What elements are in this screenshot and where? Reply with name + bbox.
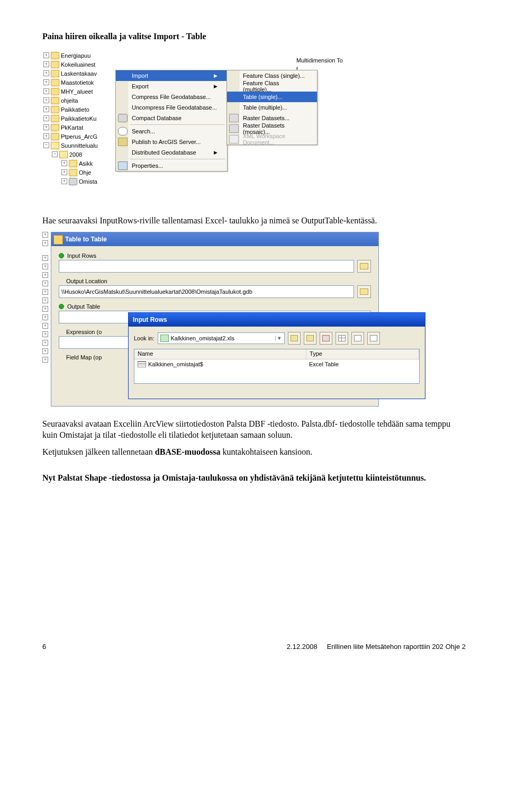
folder-open-icon: [59, 151, 68, 158]
tree-item[interactable]: −2008: [42, 150, 124, 159]
menu-item-export[interactable]: Export▶: [116, 81, 227, 92]
submenu-item-fc-multiple[interactable]: Feature Class (multiple)...: [227, 81, 317, 92]
details-view-button[interactable]: [351, 332, 364, 345]
tree-label: Paikkatieto: [61, 106, 89, 113]
column-header-type[interactable]: Type: [306, 349, 419, 359]
footer-title: Erillinen liite Metsätehon raporttiin 20…: [327, 643, 466, 651]
expand-icon[interactable]: +: [43, 52, 49, 58]
menu-item-import[interactable]: Import▶: [116, 70, 227, 81]
submenu-item-fc-single[interactable]: Feature Class (single)...: [227, 70, 317, 81]
expand-icon[interactable]: +: [42, 331, 48, 337]
input-rows-input[interactable]: [59, 260, 354, 273]
expand-icon[interactable]: +: [43, 115, 49, 121]
page-number: 6: [42, 643, 46, 651]
delete-button[interactable]: [320, 332, 332, 345]
menu-item-compress[interactable]: Compress File Geodatabase...: [116, 92, 227, 102]
expand-icon[interactable]: +: [43, 106, 49, 112]
expand-icon[interactable]: +: [61, 160, 67, 166]
dialog-input-rows-browse: Input Rows Look in: Kalkkinen_omistajat2…: [128, 312, 425, 399]
connect-button[interactable]: [304, 332, 316, 345]
up-one-level-button[interactable]: [288, 332, 301, 345]
submenu-item-xml-workspace: XML Workspace Document...: [227, 134, 317, 145]
tree-item[interactable]: +ohjeita: [42, 96, 124, 105]
submenu-arrow-icon: ▶: [214, 150, 217, 155]
expand-icon[interactable]: +: [42, 255, 48, 261]
tree-item[interactable]: +MHY_alueet: [42, 87, 124, 96]
folder-icon: [69, 169, 77, 176]
submenu-item-raster-mosaic[interactable]: Raster Datasets (mosaic)...: [227, 123, 317, 134]
tree-item[interactable]: +Ptperus_ArcG: [42, 132, 124, 141]
tree-item[interactable]: +Kokeiluainest: [42, 60, 124, 69]
expand-icon[interactable]: +: [42, 348, 48, 354]
menu-label: Table (multiple)...: [243, 104, 287, 111]
tree-label: Suunnittelualu: [61, 142, 98, 149]
dropdown-arrow-icon[interactable]: ▼: [275, 336, 282, 341]
expand-icon[interactable]: +: [42, 264, 48, 269]
expand-icon[interactable]: +: [42, 314, 48, 320]
submenu-item-raster[interactable]: Raster Datasets...: [227, 113, 317, 123]
screenshot-table-to-table: ++ ++ ++ ++ ++ ++ ++ + Table to Table In…: [42, 232, 429, 405]
tree-item[interactable]: +Laskentakaav: [42, 69, 124, 78]
menu-item-properties[interactable]: Properties...: [116, 160, 227, 171]
browse-button[interactable]: [357, 285, 371, 298]
folder-icon: [51, 133, 59, 140]
expand-icon[interactable]: +: [42, 240, 48, 246]
menu-item-uncompress[interactable]: Uncompress File Geodatabase...: [116, 102, 227, 113]
tree-item[interactable]: +Ohje: [42, 168, 124, 177]
expand-icon[interactable]: +: [42, 232, 48, 238]
expand-icon[interactable]: +: [42, 272, 48, 278]
expand-icon[interactable]: +: [42, 289, 48, 295]
tree-item[interactable]: +Paikkatieto: [42, 105, 124, 114]
menu-item-compact-db[interactable]: Compact Database: [116, 113, 227, 123]
expand-icon[interactable]: +: [43, 97, 49, 103]
expand-icon[interactable]: +: [43, 88, 49, 94]
expand-icon[interactable]: +: [61, 178, 67, 184]
submenu-item-table-multiple[interactable]: Table (multiple)...: [227, 102, 317, 113]
expand-icon[interactable]: +: [43, 124, 49, 130]
dialog-title-bar[interactable]: Input Rows: [129, 313, 425, 327]
collapse-icon[interactable]: −: [43, 142, 49, 148]
list-view-button[interactable]: [335, 332, 348, 345]
import-submenu: Feature Class (single)... Feature Class …: [226, 70, 318, 145]
browse-button[interactable]: [357, 260, 371, 273]
expand-icon[interactable]: +: [42, 281, 48, 286]
expand-icon[interactable]: +: [42, 323, 48, 329]
tree-item[interactable]: +Maastotietok: [42, 78, 124, 87]
thumbnails-view-button[interactable]: [367, 332, 380, 345]
expand-icon[interactable]: +: [61, 169, 67, 175]
expand-icon[interactable]: +: [43, 133, 49, 139]
tree-item[interactable]: +Asikk: [42, 159, 124, 168]
dialog-title-bar[interactable]: Table to Table: [51, 232, 378, 246]
tree-item[interactable]: +Energiapuu: [42, 51, 124, 60]
menu-label: XML Workspace Document...: [243, 133, 307, 146]
output-location-input[interactable]: \\Husoko\ArcGisMatskut\Suunnittelualueka…: [59, 285, 354, 298]
database-icon: [118, 114, 128, 122]
collapse-icon[interactable]: −: [52, 151, 58, 157]
expand-icon[interactable]: +: [42, 297, 48, 303]
expand-icon[interactable]: +: [43, 70, 49, 76]
menu-item-search[interactable]: Search...: [116, 126, 227, 137]
tree-item[interactable]: −Suunnittelualu: [42, 141, 124, 150]
column-header-name[interactable]: Name: [134, 349, 306, 359]
submenu-arrow-icon: ▶: [214, 84, 217, 89]
file-list[interactable]: Name Type Kalkkinen_omistajat$ Excel Tab…: [134, 349, 420, 384]
tree-item[interactable]: +PaikkatietoKu: [42, 114, 124, 123]
delete-icon: [322, 335, 330, 341]
paragraph-final-bold: Nyt Palstat Shape -tiedostossa ja Omista…: [42, 472, 466, 484]
menu-item-publish[interactable]: Publish to ArcGIS Server...: [116, 137, 227, 147]
tree-item[interactable]: +Omista: [42, 177, 124, 186]
folder-icon: [51, 61, 59, 68]
expand-icon[interactable]: +: [43, 61, 49, 67]
look-in-select[interactable]: Kalkkinen_omistajat2.xls ▼: [158, 332, 285, 344]
tree-label: PkKartat: [61, 124, 83, 131]
expand-icon[interactable]: +: [42, 340, 48, 346]
expand-icon[interactable]: +: [42, 357, 48, 363]
expand-icon[interactable]: +: [42, 306, 48, 312]
expand-icon[interactable]: +: [43, 79, 49, 85]
menu-item-distributed-gdb[interactable]: Distributed Geodatabase▶: [116, 147, 227, 158]
tree-label: Asikk: [79, 160, 93, 167]
tree-item[interactable]: +PkKartat: [42, 123, 124, 132]
list-row[interactable]: Kalkkinen_omistajat$ Excel Table: [134, 359, 419, 369]
submenu-item-table-single[interactable]: Table (single)...: [227, 92, 317, 102]
arc-catalog-tree: +Energiapuu +Kokeiluainest +Laskentakaav…: [42, 51, 124, 186]
